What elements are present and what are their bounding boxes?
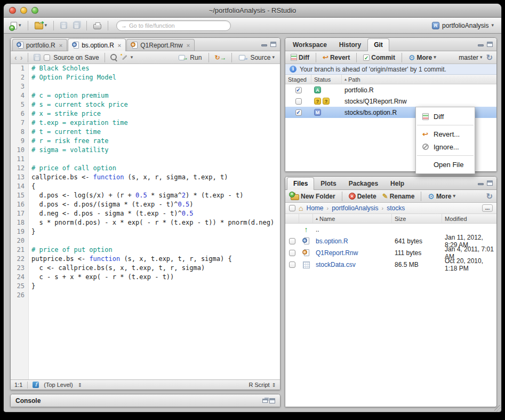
refresh-icon[interactable]: ↻ <box>486 192 493 200</box>
filetype-selector[interactable]: R Script ⇕ <box>249 382 276 388</box>
source-button[interactable]: Source ▾ <box>237 53 276 62</box>
git-file-row[interactable]: ??stocks/Q1Report.Rnw <box>285 96 496 107</box>
file-row[interactable]: stockData.csv86.5 MBOct 20, 2010, 1:18 P… <box>285 259 496 271</box>
restore-pane-icon[interactable] <box>262 399 268 403</box>
refresh-icon[interactable]: ↻ <box>486 53 493 61</box>
code-editor[interactable]: 1# Black Scholes2# Option Pricing Model3… <box>11 64 280 379</box>
minimize-pane-icon[interactable] <box>261 44 267 46</box>
code-text: } <box>28 282 35 291</box>
window-titlebar[interactable]: ~/portfolioAnalysis - RStudio <box>4 4 501 18</box>
file-name-link[interactable]: Q1Report.Rnw <box>316 249 358 257</box>
context-menu-item-revert[interactable]: ↩Revert... <box>416 128 475 140</box>
screen-background: ~/portfolioAnalysis - RStudio ▾ ▾ <box>0 0 505 420</box>
maximize-pane-icon[interactable] <box>487 42 493 47</box>
tab-git[interactable]: Git <box>367 38 389 51</box>
context-menu-item-open-file[interactable]: Open File <box>416 158 475 171</box>
path-column-header[interactable]: ▴ Path <box>342 75 496 84</box>
tab-close-icon[interactable]: × <box>118 42 121 49</box>
file-checkbox[interactable] <box>289 261 295 268</box>
commit-button[interactable]: ✓ Commit <box>362 53 397 62</box>
source-on-save-checkbox[interactable] <box>44 54 50 61</box>
save-button[interactable] <box>59 21 69 30</box>
maximize-pane-icon[interactable] <box>269 398 275 403</box>
git-info-text: Your branch is ahead of 'origin/master' … <box>300 66 446 73</box>
back-icon[interactable]: ‹ <box>14 54 17 61</box>
file-name-link[interactable]: bs.option.R <box>316 237 348 245</box>
tab-history[interactable]: History <box>333 39 367 51</box>
git-file-row[interactable]: ✓Aportfolio.R <box>285 84 496 96</box>
window-resize-grip[interactable] <box>494 405 501 411</box>
diff-icon <box>421 113 429 120</box>
chevron-down-icon: ▾ <box>19 23 21 28</box>
files-more-button[interactable]: ⚙ More ▾ <box>426 192 457 201</box>
git-tabs: WorkspaceHistoryGit <box>287 38 390 51</box>
code-tools-icon[interactable] <box>121 54 127 61</box>
run-button[interactable]: Run <box>177 53 203 62</box>
staged-column-header[interactable]: Staged <box>285 75 311 84</box>
goto-file-input[interactable] <box>129 22 226 29</box>
minimize-pane-icon[interactable] <box>478 44 484 46</box>
find-replace-icon[interactable] <box>110 54 117 61</box>
home-icon[interactable]: ⌂ <box>299 204 303 212</box>
maximize-pane-icon[interactable] <box>270 42 276 47</box>
open-file-button[interactable]: ▾ <box>33 21 49 30</box>
breadcrumb-item-stocks[interactable]: stocks <box>387 204 405 212</box>
chevron-down-icon: ▾ <box>480 55 483 60</box>
tab-files[interactable]: Files <box>287 177 314 190</box>
file-name-link[interactable]: stockData.csv <box>316 261 356 268</box>
editor-tab-q1report-rnw[interactable]: RQ1Report.Rnw× <box>126 39 195 51</box>
console-header[interactable]: Console <box>11 394 280 407</box>
rerun-icon[interactable]: ↻→ <box>214 54 226 61</box>
new-folder-button[interactable]: New Folder <box>289 192 337 201</box>
branch-label: master <box>459 54 478 61</box>
tab-packages[interactable]: Packages <box>343 178 384 189</box>
editor-tab-bs-option-r[interactable]: Rbs.option.R× <box>68 38 126 51</box>
new-file-button[interactable]: ▾ <box>9 21 23 30</box>
file-checkbox[interactable] <box>289 250 295 256</box>
diff-button[interactable]: Diff <box>289 53 311 62</box>
delete-icon: × <box>349 193 356 200</box>
status-column-header[interactable]: Status <box>311 75 342 84</box>
select-all-checkbox[interactable] <box>289 205 295 211</box>
tab-close-icon[interactable]: × <box>187 42 190 49</box>
scope-selector[interactable]: (Top Level) <box>44 382 73 388</box>
maximize-pane-icon[interactable] <box>487 180 493 186</box>
print-button[interactable] <box>92 21 103 30</box>
name-column-header[interactable]: ▴ Name <box>313 214 392 223</box>
tab-label: bs.option.R <box>82 42 114 49</box>
git-info-bar: i Your branch is ahead of 'origin/master… <box>285 64 496 75</box>
tab-workspace[interactable]: Workspace <box>287 39 333 51</box>
more-button[interactable]: ⚙ More ▾ <box>407 53 438 62</box>
rename-button[interactable]: ✎ Rename <box>381 192 416 201</box>
staged-checkbox[interactable] <box>295 98 302 105</box>
tab-plots[interactable]: Plots <box>315 178 342 189</box>
delete-label: Delete <box>357 193 376 200</box>
modified-column-header[interactable]: Modified <box>442 214 496 223</box>
context-menu-item-ignore[interactable]: Ignore... <box>416 140 475 153</box>
staged-checkbox[interactable]: ✓ <box>295 87 302 93</box>
staged-checkbox[interactable]: ✓ <box>295 109 302 116</box>
close-window-button[interactable] <box>9 7 16 14</box>
file-name-link[interactable]: .. <box>316 226 319 233</box>
tab-help[interactable]: Help <box>384 178 410 189</box>
breadcrumb-item-portfolioanalysis[interactable]: portfolioAnalysis <box>332 204 378 212</box>
save-icon[interactable] <box>34 54 41 61</box>
context-menu-item-diff[interactable]: Diff <box>416 110 475 123</box>
minimize-window-button[interactable] <box>20 7 27 14</box>
tab-close-icon[interactable]: × <box>59 42 62 49</box>
forward-icon[interactable]: › <box>20 54 23 61</box>
save-all-button[interactable] <box>71 21 82 30</box>
file-checkbox[interactable] <box>289 238 295 244</box>
editor-tab-portfolio-r[interactable]: Rportfolio.R× <box>12 39 67 51</box>
breadcrumb-more-button[interactable]: ... <box>482 204 493 212</box>
delete-button[interactable]: × Delete <box>347 192 378 201</box>
zoom-window-button[interactable] <box>31 7 38 14</box>
breadcrumb-item-home[interactable]: Home <box>306 204 323 212</box>
minimize-pane-icon[interactable] <box>478 183 484 185</box>
branch-selector[interactable]: master ▾ <box>459 54 482 61</box>
revert-button[interactable]: ↩ Revert <box>321 53 351 62</box>
size-column-header[interactable]: Size <box>392 214 442 223</box>
project-menu-button[interactable]: R portfolioAnalysis ▾ <box>430 21 496 30</box>
file-name-cell: Q1Report.Rnw <box>313 249 392 257</box>
line-number: 5 <box>11 100 28 109</box>
